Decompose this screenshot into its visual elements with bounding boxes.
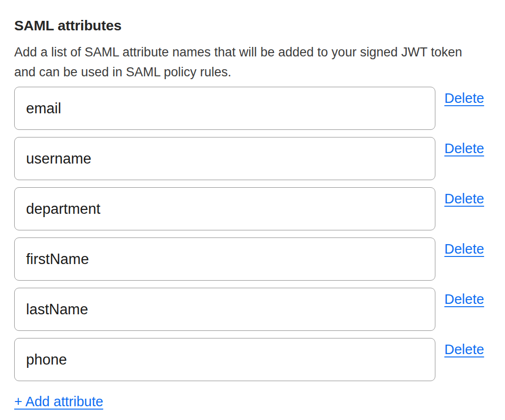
attribute-input-email[interactable] [14, 87, 435, 130]
delete-link[interactable]: Delete [444, 292, 484, 307]
attribute-input-phone[interactable] [14, 338, 435, 381]
section-description-line2: and can be used in SAML policy rules. [14, 62, 491, 82]
delete-link[interactable]: Delete [444, 91, 484, 106]
section-title: SAML attributes [14, 17, 491, 34]
delete-link[interactable]: Delete [444, 191, 484, 207]
saml-attributes-section: SAML attributes Add a list of SAML attri… [0, 0, 505, 410]
attribute-rows: Delete Delete Delete Delete Delete Delet… [14, 87, 491, 381]
delete-link[interactable]: Delete [444, 342, 484, 357]
attribute-row: Delete [14, 187, 491, 230]
delete-link[interactable]: Delete [444, 241, 484, 257]
attribute-row: Delete [14, 137, 491, 180]
attribute-input-username[interactable] [14, 137, 435, 180]
attribute-input-lastname[interactable] [14, 288, 435, 331]
attribute-input-department[interactable] [14, 187, 435, 230]
attribute-row: Delete [14, 338, 491, 381]
section-description-line1: Add a list of SAML attribute names that … [14, 42, 491, 62]
add-attribute-link[interactable]: + Add attribute [14, 394, 103, 410]
section-description: Add a list of SAML attribute names that … [14, 42, 491, 82]
delete-link[interactable]: Delete [444, 141, 484, 156]
attribute-row: Delete [14, 288, 491, 331]
attribute-row: Delete [14, 237, 491, 281]
attribute-row: Delete [14, 87, 491, 130]
attribute-input-firstname[interactable] [14, 237, 435, 281]
